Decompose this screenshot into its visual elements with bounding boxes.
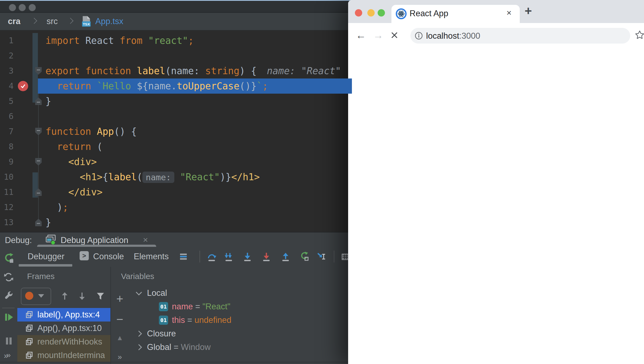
address-bar[interactable]: localhost:3000 <box>410 28 630 44</box>
fold-marker-icon[interactable] <box>35 97 42 105</box>
watch-more-icon[interactable]: » <box>111 353 129 361</box>
code-line-13[interactable]: 13} <box>0 215 352 230</box>
window-minimize-button[interactable] <box>367 9 375 17</box>
breadcrumb-folder[interactable]: src <box>47 17 58 26</box>
line-number[interactable]: 1 <box>0 33 14 48</box>
line-number[interactable]: 3 <box>0 63 14 78</box>
show-execution-point-icon[interactable] <box>178 251 189 262</box>
line-number[interactable]: 4 <box>0 78 14 94</box>
frame-label: mountIndetermina <box>37 350 105 360</box>
line-number[interactable]: 12 <box>0 200 14 215</box>
code-line-8[interactable]: 8 return ( <box>0 139 352 154</box>
resume-program-icon[interactable] <box>3 312 14 323</box>
smart-step-into-icon[interactable] <box>224 251 234 262</box>
code-line-1[interactable]: 1import React from "react"; <box>0 33 352 48</box>
line-number[interactable]: 9 <box>0 154 14 169</box>
thread-selector-dropdown[interactable] <box>21 288 51 305</box>
rerun-debug-icon[interactable] <box>3 253 14 264</box>
tab-elements[interactable]: Elements <box>134 252 169 261</box>
variable-row[interactable]: 01this = undefined <box>129 313 352 327</box>
sync-refresh-icon[interactable] <box>3 272 14 283</box>
debug-session-tab-label[interactable]: Debug Application <box>61 235 128 245</box>
stack-frame-icon <box>25 324 34 333</box>
chevron-down-icon[interactable] <box>136 289 142 296</box>
line-number[interactable]: 2 <box>0 48 14 63</box>
step-out-icon[interactable] <box>280 251 291 262</box>
frame-row[interactable]: App(), App.tsx:10 <box>17 322 110 335</box>
code-line-2[interactable]: 2 <box>0 48 352 63</box>
previous-frame-icon[interactable] <box>60 291 69 301</box>
ide-titlebar[interactable] <box>0 1 352 13</box>
fold-marker-icon[interactable] <box>35 158 42 166</box>
browser-viewport[interactable] <box>348 47 644 364</box>
code-line-6[interactable]: 6 <box>0 109 352 124</box>
line-number[interactable]: 11 <box>0 185 14 200</box>
code-editor[interactable]: 1import React from "react";23export func… <box>0 31 352 232</box>
code-line-11[interactable]: 11 </div> <box>0 185 352 200</box>
line-number[interactable]: 10 <box>0 169 14 185</box>
chevron-right-icon[interactable] <box>136 344 142 350</box>
window-close-button[interactable] <box>355 9 362 17</box>
fold-marker-icon[interactable] <box>35 67 42 75</box>
breadcrumb-project[interactable]: cra <box>8 17 21 26</box>
variable-group-row[interactable]: Global = Window <box>129 340 352 354</box>
line-number[interactable]: 5 <box>0 94 14 109</box>
stop-loading-icon[interactable] <box>390 31 398 40</box>
close-icon[interactable]: × <box>143 235 148 245</box>
line-number[interactable]: 8 <box>0 139 14 154</box>
add-watch-icon[interactable]: + <box>111 292 129 306</box>
code-line-9[interactable]: 9 <div> <box>0 154 352 169</box>
code-line-3[interactable]: 3export function label(name: string) {na… <box>0 63 352 78</box>
frames-more-icon[interactable]: » <box>6 351 11 359</box>
url-text[interactable]: localhost:3000 <box>426 31 480 41</box>
chevron-right-icon[interactable] <box>136 331 142 337</box>
tab-debugger[interactable]: Debugger <box>28 252 64 261</box>
filter-frames-icon[interactable] <box>96 291 105 301</box>
site-info-icon[interactable] <box>415 32 423 41</box>
variable-group-row[interactable]: Local <box>129 286 352 300</box>
tab-console[interactable]: Console <box>93 252 124 261</box>
frame-row[interactable]: label(), App.tsx:4 <box>17 308 110 322</box>
pause-program-icon[interactable] <box>3 336 14 346</box>
screenshot: cra src TSX App.tsx 1import React from "… <box>0 0 644 364</box>
forward-icon[interactable]: → <box>373 29 383 41</box>
window-zoom-button[interactable] <box>29 4 36 11</box>
code-line-7[interactable]: 7function App() { <box>0 124 352 139</box>
window-close-button[interactable] <box>9 4 16 11</box>
variable-row[interactable]: 01name = "React" <box>129 300 352 313</box>
move-up-icon[interactable]: ▲ <box>111 334 129 342</box>
line-number[interactable]: 7 <box>0 124 14 139</box>
fold-marker-icon[interactable] <box>35 128 42 135</box>
back-icon[interactable]: ← <box>356 29 366 41</box>
step-over-icon[interactable] <box>207 251 217 262</box>
browser-tab[interactable]: React App × <box>391 5 520 23</box>
new-tab-icon[interactable]: + <box>525 4 532 18</box>
step-into-icon[interactable] <box>242 251 253 262</box>
next-frame-icon[interactable] <box>77 291 87 301</box>
breadcrumb-file[interactable]: App.tsx <box>95 17 123 26</box>
fold-marker-icon[interactable] <box>35 188 42 196</box>
code-line-4[interactable]: 4 return `Hello ${name.toUpperCase()}`; <box>0 78 352 94</box>
remove-watch-icon[interactable]: − <box>111 313 129 326</box>
settings-wrench-icon[interactable] <box>3 290 14 301</box>
breakpoint-icon[interactable] <box>18 81 28 91</box>
browser-tab-title: React App <box>410 9 448 18</box>
code-line-12[interactable]: 12 ); <box>0 200 352 215</box>
window-zoom-button[interactable] <box>378 9 385 17</box>
toolbar-separator <box>334 251 334 263</box>
code-line-10[interactable]: 10 <h1>{label(name: "React")}</h1> <box>0 169 352 185</box>
line-number[interactable]: 13 <box>0 215 14 230</box>
frame-row[interactable]: renderWithHooks <box>17 335 110 349</box>
fold-marker-icon[interactable] <box>35 219 42 226</box>
force-step-into-icon[interactable] <box>261 251 272 262</box>
frame-row[interactable]: mountIndetermina <box>17 349 110 362</box>
variables-list: Local01name = "React"01this = undefinedC… <box>129 286 352 354</box>
tab-close-icon[interactable]: × <box>506 8 512 18</box>
drop-frame-icon[interactable] <box>299 251 309 262</box>
run-to-cursor-icon[interactable] <box>316 251 326 262</box>
bookmark-star-icon[interactable] <box>635 30 644 41</box>
variable-group-row[interactable]: Closure <box>129 327 352 340</box>
window-minimize-button[interactable] <box>19 4 26 11</box>
line-number[interactable]: 6 <box>0 109 14 124</box>
code-line-5[interactable]: 5} <box>0 94 352 109</box>
